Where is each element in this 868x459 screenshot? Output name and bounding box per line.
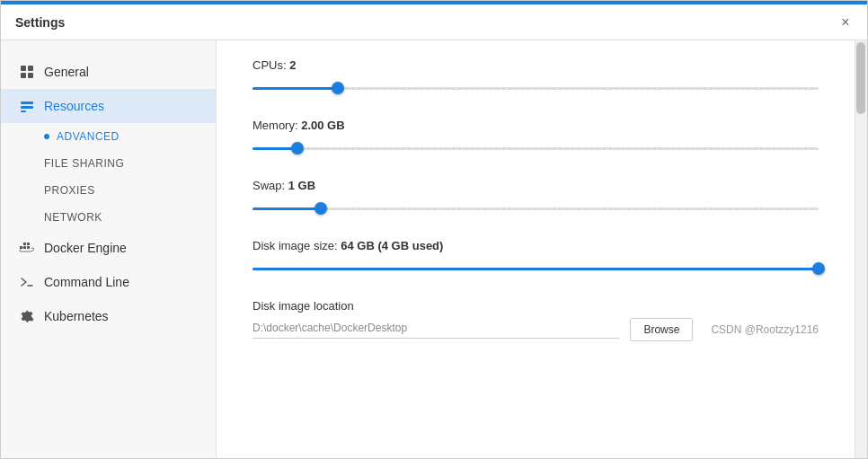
memory-slider-thumb[interactable] — [291, 142, 304, 154]
svg-rect-6 — [21, 110, 26, 112]
settings-window: Settings × General — [0, 0, 868, 459]
disk-size-slider-fill — [252, 268, 819, 270]
svg-rect-0 — [21, 66, 26, 71]
memory-label: Memory: 2.00 GB — [252, 119, 819, 132]
svg-rect-8 — [23, 246, 26, 249]
svg-rect-3 — [28, 73, 33, 78]
sidebar-item-docker-engine[interactable]: Docker Engine — [1, 231, 216, 265]
cpu-slider-track — [252, 87, 819, 90]
memory-slider[interactable] — [252, 139, 819, 157]
content-area: General Resources ADVANCED — [1, 40, 867, 458]
subitem-label-network: NETWORK — [44, 211, 102, 224]
disk-location-path: D:\docker\cache\DockerDesktop — [252, 322, 619, 339]
svg-rect-11 — [27, 243, 30, 245]
sidebar: General Resources ADVANCED — [1, 40, 217, 458]
disk-size-section: Disk image size: 64 GB (4 GB used) — [252, 239, 819, 278]
sidebar-item-label-command-line: Command Line — [44, 275, 129, 289]
sidebar-item-label-kubernetes: Kubernetes — [44, 309, 109, 323]
sidebar-item-general[interactable]: General — [1, 55, 216, 89]
memory-slider-track — [252, 147, 819, 150]
sidebar-subitem-proxies[interactable]: PROXIES — [1, 177, 216, 204]
subitem-label-proxies: PROXIES — [44, 184, 95, 197]
active-dot — [44, 134, 49, 139]
close-button[interactable]: × — [838, 15, 853, 30]
disk-size-label: Disk image size: 64 GB (4 GB used) — [252, 239, 819, 252]
svg-rect-10 — [23, 243, 26, 245]
svg-rect-1 — [28, 66, 33, 71]
resources-icon — [19, 98, 35, 114]
resources-subitems: ADVANCED FILE SHARING PROXIES NETWORK — [1, 123, 216, 231]
cpu-slider-thumb[interactable] — [332, 82, 344, 94]
docker-icon — [19, 240, 35, 256]
subitem-label-file-sharing: FILE SHARING — [44, 157, 124, 170]
title-bar: Settings × — [1, 4, 867, 40]
swap-slider-thumb[interactable] — [314, 202, 327, 215]
grid-icon — [19, 64, 35, 80]
memory-section: Memory: 2.00 GB — [252, 119, 819, 157]
sidebar-item-label-general: General — [44, 65, 89, 79]
svg-rect-2 — [21, 73, 26, 78]
swap-slider[interactable] — [252, 199, 819, 217]
cpu-label: CPUs: 2 — [252, 58, 819, 72]
sidebar-item-kubernetes[interactable]: Kubernetes — [1, 299, 216, 333]
disk-size-slider[interactable] — [252, 260, 819, 278]
sidebar-item-label-resources: Resources — [44, 99, 104, 113]
terminal-icon — [19, 274, 35, 290]
subitem-label-advanced: ADVANCED — [57, 130, 120, 143]
sidebar-subitem-advanced[interactable]: ADVANCED — [1, 123, 216, 150]
window-title: Settings — [15, 15, 65, 30]
disk-location-section: Disk image location D:\docker\cache\Dock… — [252, 299, 819, 341]
sidebar-item-resources[interactable]: Resources — [1, 89, 216, 123]
sidebar-item-label-docker-engine: Docker Engine — [44, 241, 127, 255]
cpu-section: CPUs: 2 — [252, 58, 819, 97]
swap-section: Swap: 1 GB — [252, 179, 819, 217]
cpu-slider-fill — [252, 87, 338, 90]
main-content: CPUs: 2 Memory: 2.00 GB — [217, 40, 855, 458]
swap-slider-fill — [252, 207, 321, 210]
sidebar-subitem-network[interactable]: NETWORK — [1, 204, 216, 231]
disk-size-slider-track — [252, 268, 819, 270]
disk-location-label: Disk image location — [252, 299, 819, 313]
scrollbar-thumb[interactable] — [856, 42, 865, 114]
disk-size-slider-thumb[interactable] — [812, 262, 825, 275]
gear-icon — [19, 308, 35, 324]
sidebar-subitem-file-sharing[interactable]: FILE SHARING — [1, 150, 216, 177]
svg-rect-4 — [21, 102, 33, 104]
browse-button[interactable]: Browse — [630, 318, 693, 341]
scrollbar[interactable]: ▲ — [855, 40, 867, 458]
swap-slider-track — [252, 207, 819, 210]
svg-rect-9 — [27, 246, 30, 249]
svg-rect-5 — [21, 106, 33, 109]
watermark-text: CSDN @Rootzzy1216 — [711, 323, 819, 336]
sidebar-item-command-line[interactable]: Command Line — [1, 265, 216, 299]
cpu-slider[interactable] — [252, 79, 819, 97]
swap-label: Swap: 1 GB — [252, 179, 819, 192]
disk-location-row: D:\docker\cache\DockerDesktop Browse CSD… — [252, 318, 819, 341]
